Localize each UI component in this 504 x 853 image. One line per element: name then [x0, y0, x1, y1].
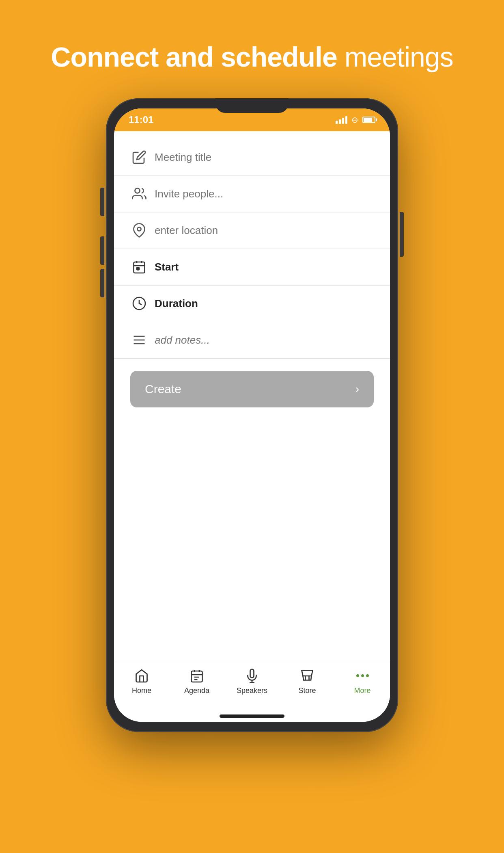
signal-icon: [336, 116, 347, 124]
more-icon: [354, 668, 370, 684]
status-time: 11:01: [129, 114, 153, 126]
meeting-title-input[interactable]: [155, 151, 374, 164]
meeting-title-field[interactable]: [114, 139, 390, 176]
duration-label: Duration: [155, 297, 374, 310]
phone-notch: [215, 98, 289, 113]
nav-more[interactable]: More: [335, 668, 390, 695]
screen-spacer: [114, 420, 390, 662]
invite-people-field[interactable]: [114, 176, 390, 212]
form-content: Start Duration: [114, 131, 390, 722]
create-button-label: Create: [145, 382, 181, 396]
calendar-icon: [130, 260, 148, 274]
start-label: Start: [155, 261, 374, 273]
create-button-arrow: ›: [355, 383, 359, 396]
bottom-nav: Home Agenda: [114, 662, 390, 714]
store-label: Store: [298, 686, 316, 695]
notes-icon: [130, 333, 148, 347]
location-field[interactable]: [114, 212, 390, 249]
agenda-icon: [189, 668, 205, 684]
nav-agenda[interactable]: Agenda: [169, 668, 224, 695]
phone-screen: 11:01 ⊖: [114, 108, 390, 722]
clock-icon: [130, 296, 148, 311]
speakers-icon: [244, 668, 260, 684]
home-indicator: [220, 714, 284, 718]
start-field[interactable]: Start: [114, 249, 390, 286]
nav-home[interactable]: Home: [114, 668, 169, 695]
location-icon: [130, 223, 148, 238]
svg-point-1: [138, 227, 141, 231]
notes-field[interactable]: [114, 322, 390, 359]
battery-icon: [362, 117, 375, 123]
speakers-label: Speakers: [237, 686, 267, 695]
people-icon: [130, 186, 148, 201]
invite-people-input[interactable]: [155, 188, 374, 200]
home-icon: [134, 668, 150, 684]
notes-input[interactable]: [155, 334, 374, 346]
svg-rect-11: [192, 671, 202, 682]
duration-field[interactable]: Duration: [114, 286, 390, 322]
svg-rect-6: [137, 268, 139, 270]
agenda-label: Agenda: [184, 686, 209, 695]
more-dots: [356, 669, 369, 683]
nav-store[interactable]: Store: [280, 668, 335, 695]
more-label: More: [354, 686, 370, 695]
status-icons: ⊖: [336, 115, 375, 125]
phone-mockup: 11:01 ⊖: [106, 98, 398, 732]
store-icon: [299, 668, 315, 684]
nav-speakers[interactable]: Speakers: [224, 668, 280, 695]
location-input[interactable]: [155, 224, 374, 237]
svg-point-0: [135, 188, 140, 193]
create-button[interactable]: Create ›: [130, 371, 374, 407]
home-label: Home: [132, 686, 151, 695]
page-title: Connect and schedule meetings: [51, 41, 453, 74]
wifi-icon: ⊖: [351, 115, 358, 125]
edit-icon: [130, 150, 148, 165]
